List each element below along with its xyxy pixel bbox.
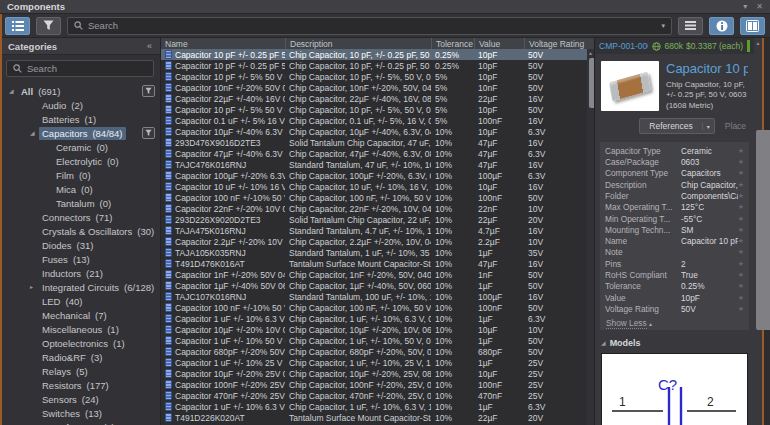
category-item[interactable]: Mechanical (7)	[0, 308, 160, 322]
category-item[interactable]: Optoelectronics (1)	[0, 336, 160, 350]
component-row[interactable]: Capacitor 680pF +/-20% 50V 0402 Chip Cap…	[161, 346, 594, 357]
property-row[interactable]: Min Operating T... -55°C ★	[605, 213, 744, 224]
details-scrollbar[interactable]: ▲	[754, 38, 762, 425]
component-row[interactable]: Capacitor 10 pF +/- 0.25 pF 50 V... Chip…	[161, 49, 594, 60]
favorite-star-icon[interactable]: ★	[738, 169, 744, 177]
component-row[interactable]: Capacitor 10 pF +/- 5% 50 V 0402 Chip Ca…	[161, 104, 594, 115]
column-header-name[interactable]: Name	[161, 38, 285, 49]
models-header[interactable]: ◢ Models	[601, 338, 748, 348]
category-item[interactable]: Connectors (71)	[0, 210, 160, 224]
favorite-star-icon[interactable]: ★	[738, 181, 744, 189]
component-row[interactable]: Capacitor 100nF +/-20% 25V 0402 Chip Cap…	[161, 379, 594, 390]
scroll-up-icon[interactable]: ▲	[754, 38, 762, 47]
category-item[interactable]: Batteries (1)	[0, 112, 160, 126]
property-row[interactable]: Pins 2 ★	[605, 258, 744, 269]
category-item[interactable]: Resistors (177)	[0, 378, 160, 392]
property-row[interactable]: Capacitor Type Ceramic ★	[605, 145, 744, 156]
category-item[interactable]: Film (0)	[0, 168, 160, 182]
grid-options-button[interactable]	[678, 17, 703, 35]
schematic-symbol-preview[interactable]: C? 1 2	[601, 353, 748, 425]
component-row[interactable]: TAJC107K016RNJ Standard Tantalum, 100 uF…	[161, 291, 594, 302]
expand-arrow-icon[interactable]: ◢	[30, 126, 39, 140]
category-item[interactable]: Crystals & Oscillators (30)	[0, 224, 160, 238]
category-item[interactable]: Mica (0)	[0, 182, 160, 196]
filter-badge-icon[interactable]	[142, 127, 155, 139]
component-search-input[interactable]: Search ▾	[67, 17, 672, 35]
component-row[interactable]: Capacitor 100 nF +/-10% 50 V 06... Chip …	[161, 302, 594, 313]
property-row[interactable]: Voltage Rating 50V ★	[605, 303, 744, 314]
category-item[interactable]: Tantalum (0)	[0, 196, 160, 210]
component-row[interactable]: 293D226X9020D2TE3 Solid Tantalum Chip Ca…	[161, 214, 594, 225]
component-row[interactable]: Capacitor 22nF +/-20% 10V 0402 Chip Capa…	[161, 203, 594, 214]
component-row[interactable]: Capacitor 22µF +/-40% 16V 0805 Chip Capa…	[161, 93, 594, 104]
favorite-star-icon[interactable]: ★	[738, 237, 744, 245]
favorite-star-icon[interactable]: ★	[738, 260, 744, 268]
component-row[interactable]: Capacitor 1µF +/-40% 50V 0603 Chip Capac…	[161, 280, 594, 291]
category-item[interactable]: Diodes (31)	[0, 238, 160, 252]
category-item[interactable]: LED (40)	[0, 294, 160, 308]
show-less-link[interactable]: Show Less ▴	[606, 318, 744, 328]
component-row[interactable]: Capacitor 1 uF +/- 10% 25 V 1206 Chip Ca…	[161, 357, 594, 368]
property-row[interactable]: Component Type Capacitors ★	[605, 168, 744, 179]
property-row[interactable]: Mounting Techn... SM ★	[605, 224, 744, 235]
favorite-star-icon[interactable]: ★	[738, 215, 744, 223]
component-row[interactable]: Capacitor 1 uF +/- 10% 50 V 0805 Chip Ca…	[161, 335, 594, 346]
list-view-button[interactable]	[5, 17, 30, 35]
place-button[interactable]: Place	[725, 121, 746, 131]
grid-scrollbar[interactable]: ▲	[587, 49, 594, 425]
collapse-sidebar-icon[interactable]: «	[147, 41, 152, 51]
favorite-star-icon[interactable]: ★	[738, 271, 744, 279]
favorite-star-icon[interactable]: ★	[738, 203, 744, 211]
category-item[interactable]: Fuses (13)	[0, 252, 160, 266]
category-item[interactable]: Miscellaneous (1)	[0, 322, 160, 336]
favorite-star-icon[interactable]: ★	[738, 248, 744, 256]
category-item[interactable]: Relays (5)	[0, 364, 160, 378]
property-row[interactable]: Name Capacitor 10 pF... ★	[605, 236, 744, 247]
favorite-star-icon[interactable]: ★	[738, 282, 744, 290]
property-row[interactable]: Note ★	[605, 247, 744, 258]
component-row[interactable]: Capacitor 10µF +/-20% 25V 0805 Chip Capa…	[161, 368, 594, 379]
category-item[interactable]: Ceramic (0)	[0, 140, 160, 154]
panel-menu-icon[interactable]: ▾	[743, 2, 747, 11]
scroll-up-icon[interactable]: ▲	[587, 49, 594, 57]
filter-badge-icon[interactable]	[142, 85, 155, 97]
category-item[interactable]: Switches (13)	[0, 406, 160, 420]
expand-arrow-icon[interactable]: ▸	[30, 280, 39, 294]
component-row[interactable]: Capacitor 10µF +/-20% 10V 0603 Chip Capa…	[161, 324, 594, 335]
favorite-star-icon[interactable]: ★	[738, 226, 744, 234]
component-row[interactable]: Capacitor 10 pF +/- 5% 50 V 0603 Chip Ca…	[161, 71, 594, 82]
category-item[interactable]: ◢ All (691)	[0, 84, 160, 98]
category-item[interactable]: Inductors (21)	[0, 266, 160, 280]
panel-close-icon[interactable]: ✕	[756, 2, 763, 11]
expand-arrow-icon[interactable]: ◢	[9, 84, 18, 98]
details-scrollbar-thumb[interactable]	[756, 130, 770, 330]
property-row[interactable]: Description Chip Capacitor, 1... ★	[605, 179, 744, 190]
component-row[interactable]: TAJC476K016RNJ Standard Tantalum, 47 uF,…	[161, 159, 594, 170]
part-id-link[interactable]: CMP-001-00012-6	[599, 41, 648, 51]
category-item[interactable]: Sensors (24)	[0, 392, 160, 406]
column-header-value[interactable]: Value	[474, 38, 524, 49]
component-row[interactable]: Capacitor 0.1 uF +/- 5% 16 V 0402 Chip C…	[161, 115, 594, 126]
category-item[interactable]: Audio (2)	[0, 98, 160, 112]
category-item[interactable]: Electrolytic (0)	[0, 154, 160, 168]
component-row[interactable]: Capacitor 10 pF +/- 0.25 pF 50 V... Chip…	[161, 60, 594, 71]
favorite-star-icon[interactable]: ★	[738, 192, 744, 200]
component-row[interactable]: T491D476K016AT Tantalum Surface Mount Ca…	[161, 258, 594, 269]
panels-toggle-button[interactable]	[740, 17, 765, 35]
references-button[interactable]: References ▾	[639, 118, 714, 134]
categories-search-input[interactable]: Search	[6, 60, 154, 77]
component-row[interactable]: Capacitor 1 uF +/- 10% 6.3 V 0402 Chip C…	[161, 313, 594, 324]
filter-button[interactable]	[36, 17, 61, 35]
component-row[interactable]: T491D226K020AT Tantalum Surface Mount Ca…	[161, 412, 594, 423]
favorite-star-icon[interactable]: ★	[738, 294, 744, 302]
property-row[interactable]: Folder Components\Ca... ★	[605, 190, 744, 201]
component-row[interactable]: 293D476X9016D2TE3 Solid Tantalum Chip Ca…	[161, 137, 594, 148]
category-item[interactable]: Transformers (5)	[0, 420, 160, 425]
component-row[interactable]: Capacitor 10nF +/-20% 50V 0402 Chip Capa…	[161, 82, 594, 93]
property-row[interactable]: Max Operating T... 125°C ★	[605, 202, 744, 213]
category-item[interactable]: ◢ Capacitors (84/84)	[0, 126, 160, 140]
property-row[interactable]: Tolerance 0.25% ★	[605, 281, 744, 292]
component-row[interactable]: Capacitor 470nF +/-20% 25V 0603 Chip Cap…	[161, 390, 594, 401]
property-row[interactable]: RoHS Compliant True ★	[605, 269, 744, 280]
component-row[interactable]: Capacitor 100 nF +/-10% 50 V 08... Chip …	[161, 192, 594, 203]
